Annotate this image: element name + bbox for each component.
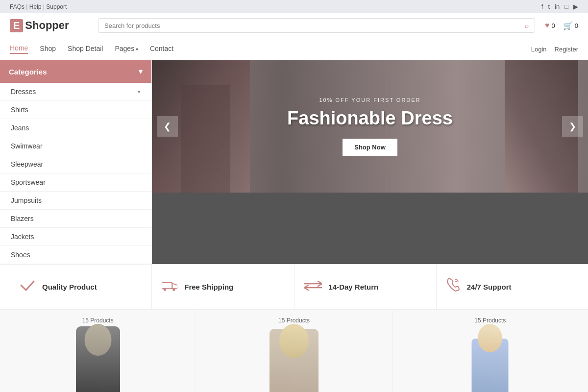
nav-pages[interactable]: Pages bbox=[115, 45, 138, 53]
hero-background: 10% OFF YOUR FIRST ORDER Fashionable Dre… bbox=[152, 60, 588, 193]
hero-cta-button[interactable]: Shop Now bbox=[343, 139, 397, 156]
person-figure-child bbox=[392, 324, 588, 392]
feature-shipping: Free Shipping bbox=[152, 265, 294, 309]
sidebar-item-label-jackets: Jackets bbox=[11, 233, 34, 241]
top-bar: FAQs Help Support f t in □ ▶ bbox=[0, 0, 588, 13]
sidebar-item-label-sportswear: Sportswear bbox=[11, 178, 46, 186]
sidebar-item-label-swimwear: Swimwear bbox=[11, 142, 43, 150]
sidebar-toggle-icon: ▾ bbox=[139, 67, 143, 76]
top-bar-social: f t in □ ▶ bbox=[541, 3, 578, 10]
feature-support: 24/7 Support bbox=[437, 265, 578, 309]
feature-return-label: 14-Day Return bbox=[329, 283, 379, 291]
checkmark-icon bbox=[20, 277, 35, 296]
login-button[interactable]: Login bbox=[531, 46, 547, 53]
sidebar: Categories ▾ Dresses Shirts Jeans Swimwe… bbox=[0, 60, 152, 264]
sidebar-item-sleepwear[interactable]: Sleepwear bbox=[0, 155, 151, 173]
hero-figure-center bbox=[181, 85, 230, 193]
return-icon bbox=[304, 279, 322, 295]
svg-marker-1 bbox=[172, 283, 178, 289]
sidebar-item-jeans[interactable]: Jeans bbox=[0, 119, 151, 137]
nav-shop[interactable]: Shop bbox=[40, 45, 56, 53]
main-content: Categories ▾ Dresses Shirts Jeans Swimwe… bbox=[0, 60, 588, 264]
wishlist-count: 0 bbox=[552, 22, 555, 29]
product-col-men[interactable]: 15 Products bbox=[0, 310, 196, 392]
product-section: 15 Products 15 Products 15 Products bbox=[0, 310, 588, 392]
top-bar-support[interactable]: Support bbox=[46, 3, 67, 10]
sidebar-item-label-sleepwear: Sleepwear bbox=[11, 160, 43, 168]
cart-icon: 🛒 bbox=[563, 21, 573, 30]
register-button[interactable]: Register bbox=[555, 46, 578, 53]
truck-icon bbox=[162, 278, 177, 295]
feature-return: 14-Day Return bbox=[294, 265, 437, 309]
top-bar-faqs[interactable]: FAQs bbox=[10, 3, 29, 10]
svg-point-2 bbox=[164, 288, 166, 291]
sidebar-item-sportswear[interactable]: Sportswear bbox=[0, 173, 151, 192]
header: E Shopper ⌕ ♥ 0 🛒 0 bbox=[0, 13, 588, 38]
sidebar-item-shoes[interactable]: Shoes bbox=[0, 246, 151, 264]
sidebar-item-shirts[interactable]: Shirts bbox=[0, 101, 151, 119]
header-actions: ♥ 0 🛒 0 bbox=[545, 21, 578, 30]
sidebar-categories-header[interactable]: Categories ▾ bbox=[0, 60, 151, 83]
sidebar-item-label-shirts: Shirts bbox=[11, 106, 28, 114]
product-col-women[interactable]: 15 Products bbox=[196, 310, 392, 392]
sidebar-item-label-jumpsuits: Jumpsuits bbox=[11, 196, 42, 204]
svg-rect-0 bbox=[162, 283, 172, 289]
product-count-men: 15 Products bbox=[0, 317, 196, 324]
sidebar-categories-label: Categories bbox=[9, 68, 47, 76]
facebook-icon[interactable]: f bbox=[541, 3, 543, 10]
nav-links: Home Shop Shop Detail Pages Contact bbox=[10, 44, 531, 54]
hero-content: 10% OFF YOUR FIRST ORDER Fashionable Dre… bbox=[287, 97, 453, 156]
linkedin-icon[interactable]: in bbox=[555, 3, 560, 10]
top-bar-links: FAQs Help Support bbox=[10, 3, 67, 10]
svg-point-3 bbox=[172, 288, 175, 291]
sidebar-item-jumpsuits[interactable]: Jumpsuits bbox=[0, 192, 151, 210]
heart-icon: ♥ bbox=[545, 21, 550, 30]
phone-icon bbox=[446, 277, 460, 296]
search-icon[interactable]: ⌕ bbox=[525, 22, 529, 29]
logo-letter: E bbox=[10, 19, 23, 32]
person-figure-woman bbox=[196, 324, 392, 392]
feature-shipping-label: Free Shipping bbox=[184, 283, 233, 291]
sidebar-item-blazers[interactable]: Blazers bbox=[0, 210, 151, 228]
product-count-women: 15 Products bbox=[196, 317, 392, 324]
search-input[interactable] bbox=[104, 22, 521, 29]
feature-quality: Quality Product bbox=[10, 265, 152, 309]
cart-count: 0 bbox=[575, 22, 578, 29]
product-col-children[interactable]: 15 Products bbox=[392, 310, 588, 392]
sidebar-item-dresses[interactable]: Dresses bbox=[0, 83, 151, 101]
feature-support-label: 24/7 Support bbox=[467, 283, 512, 291]
top-bar-help[interactable]: Help bbox=[29, 3, 46, 10]
hero-slider: 10% OFF YOUR FIRST ORDER Fashionable Dre… bbox=[152, 60, 588, 264]
sidebar-item-swimwear[interactable]: Swimwear bbox=[0, 137, 151, 155]
logo[interactable]: E Shopper bbox=[10, 19, 88, 32]
sidebar-item-label-dresses: Dresses bbox=[11, 88, 36, 96]
sidebar-item-jackets[interactable]: Jackets bbox=[0, 228, 151, 246]
nav-home[interactable]: Home bbox=[10, 44, 28, 54]
product-count-children: 15 Products bbox=[392, 317, 588, 324]
sidebar-item-label-jeans: Jeans bbox=[11, 124, 29, 132]
feature-quality-label: Quality Product bbox=[42, 283, 97, 291]
nav-shop-detail[interactable]: Shop Detail bbox=[68, 45, 103, 53]
person-figure-man bbox=[0, 324, 196, 392]
nav-contact[interactable]: Contact bbox=[150, 45, 173, 53]
hero-next-button[interactable]: ❯ bbox=[562, 116, 583, 137]
wishlist-button[interactable]: ♥ 0 bbox=[545, 21, 555, 30]
hero-subtitle: 10% OFF YOUR FIRST ORDER bbox=[287, 97, 453, 103]
hero-prev-button[interactable]: ❮ bbox=[157, 116, 178, 137]
nav-auth: Login Register bbox=[531, 46, 578, 53]
cart-button[interactable]: 🛒 0 bbox=[563, 21, 578, 30]
youtube-icon[interactable]: ▶ bbox=[573, 3, 578, 10]
features-bar: Quality Product Free Shipping 14-Day Ret… bbox=[0, 264, 588, 310]
instagram-icon[interactable]: □ bbox=[564, 3, 568, 10]
search-bar: ⌕ bbox=[98, 18, 535, 33]
sidebar-item-label-blazers: Blazers bbox=[11, 215, 34, 222]
sidebar-item-label-shoes: Shoes bbox=[11, 251, 30, 259]
nav: Home Shop Shop Detail Pages Contact Logi… bbox=[0, 38, 588, 60]
logo-name: Shopper bbox=[25, 19, 69, 32]
hero-title: Fashionable Dress bbox=[287, 108, 453, 129]
twitter-icon[interactable]: t bbox=[548, 3, 550, 10]
